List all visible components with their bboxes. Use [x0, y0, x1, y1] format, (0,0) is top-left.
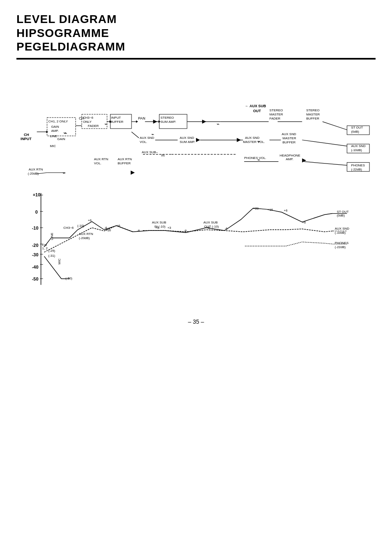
ch1-2-only-label: CH1, 2 ONLY — [48, 120, 68, 123]
phones-graph-label: PHONES — [335, 241, 349, 245]
val-plus6-4: +6 — [284, 208, 288, 212]
aux-sub-out-graph-label: AUX SUB — [203, 221, 218, 224]
phones-vol-label: PHONES VOL. — [244, 156, 266, 160]
val-minus10: (-10) — [77, 224, 84, 228]
ch-31-label: (-31) — [48, 254, 55, 258]
arrow-buffer-to-pan — [136, 120, 138, 123]
aux-snd-master-buf-label: AUX SND — [282, 132, 297, 136]
aux-snd-master-buf-label2: MASTER — [283, 136, 296, 140]
pan-label: PAN — [138, 116, 145, 120]
minus-20db-graph: AUX RTN — [79, 232, 93, 236]
y-label-0: 0 — [35, 209, 38, 214]
ch3-6-only-label2: ONLY — [83, 120, 92, 124]
attenuator-4: ⌁ — [217, 121, 219, 127]
st-out-graph-label: ST OUT — [337, 210, 349, 213]
gain-label2: GAIN — [57, 137, 65, 141]
title-line3: PEGELDIAGRAMM — [16, 40, 376, 54]
out-label: OUT — [253, 109, 261, 113]
st-out-graph-db: (0dB) — [337, 214, 345, 217]
aux-rtn-buffer-label: AUX RTN — [118, 157, 132, 161]
aux-rtn-buffer-label2: BUFFER — [118, 161, 131, 165]
y-label-minus10: -10 — [32, 226, 39, 230]
aux-rtn-vol-label: AUX RTN — [94, 157, 108, 161]
aux-snd-sum-amp-label2: SUM AMP. — [180, 140, 195, 144]
amp-triangle-2 — [202, 120, 206, 124]
aux-sub-in-label2: IN — [161, 153, 165, 157]
st-out-label: ST OUT — [351, 126, 363, 129]
aux-rtn-vol-label2: VOL. — [94, 161, 101, 165]
sum-amp-label: SUM AMP. — [161, 120, 176, 124]
line-buffer-to-st-out — [323, 122, 347, 130]
amp-triangle-4 — [237, 138, 241, 142]
y-label-minus50: -50 — [32, 276, 39, 281]
stereo-master-fader-label2: MASTER — [270, 113, 283, 116]
y-label-minus40: -40 — [32, 264, 39, 269]
attenuator-5: ⌁ — [257, 138, 260, 144]
attenuator-7: ⌁ — [62, 170, 65, 176]
input-label: INPUT — [111, 116, 121, 120]
ch3-6-only-label: CH3~6 — [83, 116, 94, 120]
stereo-sum-label: STEREO — [161, 116, 174, 120]
val-minus6-2: -8 — [137, 229, 140, 233]
headphone-amp-label: HEADPHONE — [280, 153, 300, 157]
stereo-master-fader-label3: FADER — [270, 117, 281, 120]
aux-snd-master-vol-label2: MASTER VOL. — [243, 140, 265, 144]
attenuator-2: ⌁ — [104, 121, 107, 127]
stereo-master-buffer-label3: BUFFER — [306, 117, 319, 120]
gain-label: GAIN — [51, 125, 59, 129]
mic-vert-label: MIC — [58, 258, 61, 265]
line-vert-label: LINE — [50, 233, 54, 240]
ch-input-label2: INPUT — [21, 137, 32, 141]
aux-snd-10db-label: AUX SND — [351, 144, 366, 147]
mic-level-curve — [44, 256, 70, 279]
header-title: LEVEL DIAGRAM HIPSOGRAMME PEGELDIAGRAMM — [16, 12, 376, 54]
page: LEVEL DIAGRAM HIPSOGRAMME PEGELDIAGRAMM … — [0, 0, 392, 555]
line-aux-snd-5 — [302, 140, 347, 146]
line-aux-snd-1 — [131, 132, 139, 138]
title-line1: LEVEL DIAGRAM — [16, 12, 376, 26]
aux-snd-graph-label: AUX SND — [335, 227, 350, 230]
aux-sub-in-graph-label: AUX SUB — [152, 221, 166, 224]
buffer-label: BUFFER — [110, 120, 123, 124]
phones-22db-label: PHONES — [351, 164, 365, 167]
aux-snd-vol-label2: VOL. — [140, 140, 147, 144]
title-line2: HIPSOGRAMME — [16, 26, 376, 40]
amp-triangle-3 — [196, 138, 200, 142]
header-divider — [16, 58, 376, 60]
ch3-6-graph-label: CH3~6 — [63, 226, 74, 230]
phones-graph-db: (-22dB) — [335, 245, 346, 249]
stereo-master-buffer-label2: MASTER — [306, 113, 320, 116]
aux-rtn-20db-label: AUX RTN — [29, 168, 43, 171]
line-label: LINE — [50, 134, 57, 138]
aux-sub-out-label: ← AUX SUB — [245, 104, 266, 108]
phones-22db-label2: (-22dB) — [351, 168, 362, 171]
aux-snd-sum-amp-label: AUX SND — [180, 136, 194, 140]
stereo-master-buffer-label: STEREO — [306, 108, 320, 112]
minus-20db-graph2: (-20dB) — [79, 236, 90, 240]
aux-snd-10db-label2: (-10dB) — [351, 148, 362, 152]
y-label-10: +10 — [33, 192, 41, 197]
ch-input-label: CH — [24, 133, 29, 137]
amp-label: AMP. — [51, 129, 58, 133]
page-number: – 35 – — [16, 318, 376, 325]
aux-snd-master-buf-label3: BUFFER — [283, 140, 296, 144]
level-diagram: CH INPUT CH1, 2 ONLY GAIN AMP. CH CH3~6 … — [16, 68, 376, 306]
aux-sub-out-graph-db: OUT (-10) — [204, 225, 219, 228]
fader-label: FADER — [88, 124, 99, 128]
line-phones-2 — [304, 161, 347, 165]
aux-sub-in-graph-db: IN (-10) — [154, 225, 166, 228]
mic-label: MIC — [50, 144, 56, 147]
ch-graph-label2: 1, 2 — [42, 246, 48, 250]
attenuator-6: ⌁ — [257, 157, 260, 163]
y-label-minus30: -30 — [32, 252, 39, 257]
st-out-db-label: (0dB) — [351, 130, 359, 134]
amp-triangle-5 — [131, 170, 135, 175]
aux-sub-in-label: AUX SUB– — [142, 150, 158, 154]
aux-snd-graph-db: (-10dB) — [335, 231, 346, 235]
line-level-curve — [44, 208, 333, 246]
val-plus3-2: +3 — [167, 226, 171, 230]
attenuator-3: ⌁ — [151, 131, 154, 137]
y-label-minus20: -20 — [32, 243, 39, 248]
phones-level-curve — [245, 242, 333, 246]
headphone-amp-label2: AMP. — [286, 157, 293, 161]
